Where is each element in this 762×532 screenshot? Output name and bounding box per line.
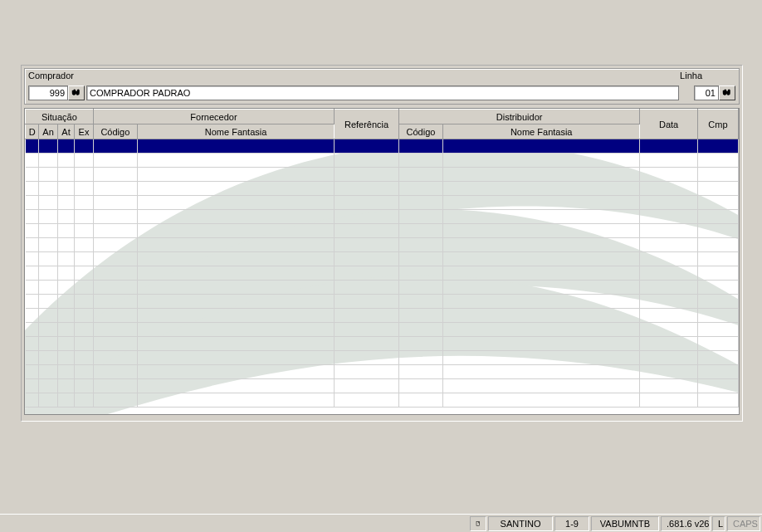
col-data[interactable]: Data [640, 110, 698, 139]
col-fornecedor[interactable]: Fornecedor [93, 110, 334, 124]
status-ind-l: L [712, 516, 725, 531]
comprador-lookup-button[interactable] [68, 85, 85, 100]
data-grid[interactable]: SituaçãoFornecedorReferênciaDistribuidor… [24, 108, 740, 415]
col-ex[interactable]: Ex [75, 124, 93, 139]
status-page: 1-9 [554, 516, 589, 531]
col-at[interactable]: At [57, 124, 74, 139]
svg-rect-0 [476, 521, 480, 525]
status-user: SANTINO [488, 516, 553, 531]
table-row[interactable] [26, 210, 739, 224]
col-nome-d[interactable]: Nome Fantasia [443, 124, 640, 139]
table-row[interactable] [26, 295, 739, 309]
table-row[interactable] [26, 323, 739, 337]
comprador-code-input[interactable] [28, 85, 68, 100]
status-caps: CAPS [727, 516, 760, 531]
table-row[interactable] [26, 266, 739, 281]
status-module: VABUMNTB [591, 516, 659, 531]
table-row[interactable] [26, 393, 739, 408]
linha-lookup-button[interactable] [719, 85, 735, 100]
linha-code-input[interactable] [694, 85, 719, 100]
col-codigo-f[interactable]: Código [93, 124, 137, 139]
col-situacao[interactable]: Situação [26, 110, 94, 124]
table-row[interactable] [26, 182, 739, 196]
table-row[interactable] [26, 309, 739, 323]
linha-label: Linha [680, 71, 702, 81]
col-codigo-d[interactable]: Código [398, 124, 442, 139]
table-row[interactable] [26, 365, 739, 379]
table-row[interactable] [26, 351, 739, 365]
table-row[interactable] [26, 379, 739, 393]
status-doc-icon [470, 516, 486, 531]
comprador-name-input[interactable] [86, 85, 679, 100]
comprador-label: Comprador [28, 71, 74, 81]
table-row[interactable] [26, 224, 739, 238]
col-d[interactable]: D [26, 124, 39, 139]
table-row[interactable] [26, 139, 739, 154]
col-cmp[interactable]: Cmp [697, 110, 738, 139]
status-bar: SANTINO 1-9 VABUMNTB .681.6 v26 L CAPS [0, 514, 762, 532]
filter-bar: Comprador Linha [24, 68, 740, 105]
table-row[interactable] [26, 238, 739, 252]
status-version: .681.6 v26 [661, 516, 711, 531]
binoculars-icon [71, 88, 81, 98]
col-referencia[interactable]: Referência [335, 110, 399, 139]
table-row[interactable] [26, 154, 739, 168]
table-row[interactable] [26, 252, 739, 266]
col-an[interactable]: An [39, 124, 57, 139]
main-panel: Comprador Linha [21, 65, 743, 422]
col-nome-f[interactable]: Nome Fantasia [137, 124, 334, 139]
table-row[interactable] [26, 168, 739, 182]
binoculars-icon [722, 88, 732, 98]
table-row[interactable] [26, 337, 739, 351]
table-row[interactable] [26, 196, 739, 210]
table-row[interactable] [26, 281, 739, 295]
col-distribuidor[interactable]: Distribuidor [398, 110, 639, 124]
